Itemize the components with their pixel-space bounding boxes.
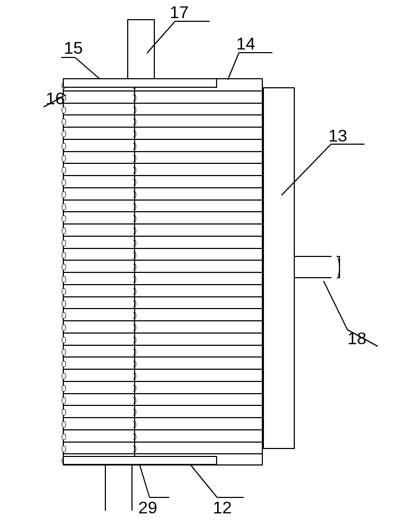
top-mounting-block-15 bbox=[63, 78, 217, 88]
svg-line-14 bbox=[189, 463, 217, 497]
bottom-mounting-block-12 bbox=[63, 456, 217, 465]
diagram-container: 17 14 15 16 13 18 29 12 bbox=[0, 0, 414, 532]
